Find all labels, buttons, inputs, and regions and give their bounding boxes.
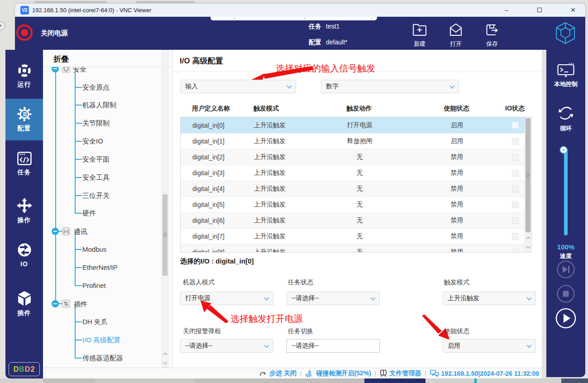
tree-item-ethernet-ip[interactable]: EtherNet/IP [82, 263, 118, 272]
config-tree-panel: 安全 折叠 安全原点 机器人限制 关节限制 安全IO 安全平面 安全工具 三位开… [43, 50, 172, 368]
maximize-button[interactable] [535, 5, 545, 15]
tree-expander-icon[interactable] [52, 300, 59, 307]
tree-expander-icon[interactable] [52, 228, 59, 235]
scroll-up-button[interactable] [162, 351, 168, 357]
background-fragment [561, 378, 588, 383]
gear-icon [17, 107, 32, 121]
vnc-toolbar-strip[interactable] [210, 17, 377, 20]
tree-item-dh-gripper[interactable]: DH 夹爪 [82, 317, 108, 326]
tree-item-safe-origin[interactable]: 安全原点 [82, 83, 110, 92]
local-control-terminal-icon[interactable] [546, 62, 585, 77]
minimize-button[interactable]: – [502, 5, 512, 15]
play-button[interactable] [546, 308, 585, 329]
io-state-checkbox[interactable] [512, 138, 519, 145]
task-state-select[interactable]: --请选择-- [287, 292, 380, 305]
table-row[interactable]: digital_in[4]上升沿触发 无禁用 [181, 181, 525, 196]
io-state-checkbox[interactable] [512, 170, 519, 177]
tree-scrollbar[interactable] [162, 50, 168, 368]
table-row[interactable]: digital_in[6]上升沿触发 无禁用 [181, 212, 525, 228]
task-switch-field[interactable]: --请选择-- [287, 339, 380, 353]
scrollbar-thumb[interactable] [163, 194, 167, 276]
background-fragment [195, 378, 364, 383]
nav-item-task[interactable]: 任务 [5, 143, 43, 185]
open-button[interactable]: 打开 [442, 23, 469, 47]
alarm-popup-label: 关闭报警弹框 [183, 327, 221, 335]
table-row[interactable]: digital_in[5]上升沿触发 无禁用 [181, 196, 525, 212]
tree-group-plugin[interactable]: 插件 [74, 300, 87, 309]
file-manager-button[interactable]: 文件管理器 [380, 369, 421, 378]
scrollbar-thumb[interactable] [526, 118, 531, 232]
new-folder-icon [412, 23, 427, 37]
window-titlebar: V2 192.168.1.50 (intel-corei7-64:0) - VN… [15, 4, 585, 17]
tree-item-robot-limit[interactable]: 机器人限制 [82, 101, 116, 110]
io-table: digital_in[0]上升沿触发 打开电源启用 digital_in[1]上… [180, 117, 532, 253]
background-fragment [43, 378, 95, 383]
nav-item-plugin[interactable]: 插件 [5, 283, 43, 325]
table-row[interactable]: digital_in[1]上升沿触发 释放抱闸启用 [181, 133, 525, 149]
table-row[interactable]: digital_in[3]上升沿触发 无禁用 [181, 165, 525, 181]
power-state-label[interactable]: 关闭电源 [41, 29, 68, 38]
save-button[interactable]: 保存 [478, 23, 506, 47]
table-row[interactable]: digital_in[0]上升沿触发 打开电源启用 [181, 117, 525, 133]
speed-slider-track[interactable] [564, 148, 568, 235]
io-direction-select[interactable]: 输入 [180, 80, 296, 93]
table-scrollbar[interactable] [525, 117, 531, 252]
background-fragment [474, 378, 477, 383]
new-button[interactable]: 新建 [406, 23, 433, 47]
app-topbar: 关闭电源 任务 test1 配置 default* 新建 打开 保存 [15, 17, 585, 50]
power-record-icon[interactable] [16, 24, 33, 41]
run-target-icon [18, 64, 31, 77]
collapse-button[interactable]: 折叠 [53, 54, 69, 64]
nav-item-operate[interactable]: 操作 [5, 190, 43, 232]
step-status[interactable]: 步进 关闭 [259, 369, 296, 378]
tree-item-profinet[interactable]: Profinet [82, 281, 106, 290]
stop-button[interactable] [546, 285, 585, 303]
tree-item-safe-plane[interactable]: 安全平面 [82, 155, 110, 164]
tree-group-communication[interactable]: 通讯 [74, 228, 87, 236]
tree-item-sensor-adapter[interactable]: 传感器适配器 [82, 354, 123, 363]
io-state-checkbox[interactable] [512, 201, 519, 208]
save-export-icon [485, 23, 499, 37]
table-row[interactable]: digital_in[7]上升沿触发 无禁用 [181, 228, 525, 244]
right-control-sidebar: 本地控制 循环 100% 速度 [546, 50, 585, 377]
tree-item-safe-tool[interactable]: 安全工具 [82, 173, 110, 182]
io-state-checkbox[interactable] [512, 217, 519, 224]
scroll-up-button[interactable] [525, 235, 531, 241]
status-badge: DBD2 [9, 362, 40, 376]
io-state-checkbox[interactable] [512, 233, 519, 240]
nav-item-io[interactable]: IO [5, 234, 43, 276]
tree-item-joint-limit[interactable]: 关节限制 [82, 119, 110, 128]
scroll-down-button[interactable] [162, 360, 168, 366]
tree-item-modbus[interactable]: Modbus [82, 245, 106, 254]
local-control-label[interactable]: 本地控制 [546, 80, 585, 88]
chevron-down-icon [526, 343, 531, 348]
nav-item-config[interactable]: 配置 [5, 99, 43, 140]
io-state-checkbox[interactable] [512, 186, 519, 192]
io-state-checkbox[interactable] [512, 122, 519, 129]
trigger-mode-select[interactable]: 上升沿触发 [443, 292, 536, 305]
cube-icon [18, 291, 31, 306]
skip-next-button[interactable] [546, 260, 585, 278]
table-row[interactable]: digital_in[2]上升沿触发 无禁用 [181, 149, 525, 165]
loop-label[interactable]: 循环 [546, 124, 585, 133]
io-type-select[interactable]: 数字 [321, 80, 459, 93]
tree-item-io-advanced-config[interactable]: I/O 高级配置 [82, 335, 120, 345]
collision-detection-status[interactable]: 碰撞检测开启(52%) [305, 369, 371, 378]
nav-item-run[interactable]: 运行 [5, 55, 43, 97]
loop-icon[interactable] [546, 105, 585, 121]
io-state-checkbox[interactable] [512, 154, 519, 161]
scroll-down-button[interactable] [525, 244, 531, 250]
alarm-popup-select[interactable]: --请选择-- [180, 339, 273, 353]
io-state-checkbox[interactable] [512, 249, 519, 253]
tree-item-three-position-switch[interactable]: 三位开关 [82, 191, 110, 200]
tree-item-safe-io[interactable]: 安全IO [82, 137, 103, 146]
close-button[interactable]: ✕ [568, 5, 578, 15]
background-fragment [95, 378, 195, 383]
enable-state-select[interactable]: 启用 [443, 339, 536, 353]
task-label: 任务 [309, 23, 328, 31]
table-row[interactable]: digital_in[8]上升沿触发 无禁用 [181, 244, 525, 253]
speed-slider-thumb[interactable] [560, 147, 567, 153]
step-arrow-icon [259, 370, 267, 377]
tree-item-hardware[interactable]: 硬件 [82, 209, 96, 218]
background-window-fragment [136, 1, 195, 3]
